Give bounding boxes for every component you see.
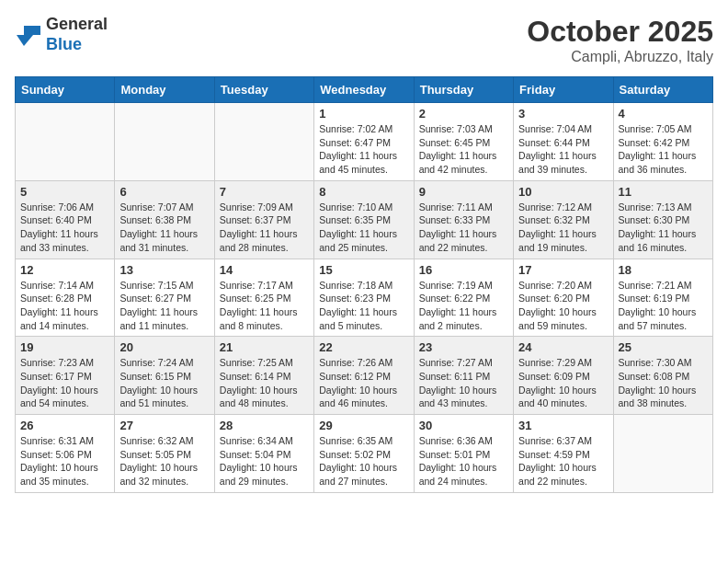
svg-marker-1 [17, 35, 33, 46]
day-number: 5 [20, 185, 109, 199]
day-info: Sunrise: 7:27 AM Sunset: 6:11 PM Dayligh… [419, 356, 508, 410]
weekday-header-saturday: Saturday [613, 77, 712, 103]
calendar-day-cell: 27Sunrise: 6:32 AM Sunset: 5:05 PM Dayli… [115, 415, 214, 493]
calendar-week-row: 12Sunrise: 7:14 AM Sunset: 6:28 PM Dayli… [16, 259, 713, 337]
calendar-day-cell: 1Sunrise: 7:02 AM Sunset: 6:47 PM Daylig… [314, 103, 414, 181]
day-number: 9 [419, 185, 508, 199]
weekday-header-row: SundayMondayTuesdayWednesdayThursdayFrid… [16, 77, 713, 103]
day-number: 23 [419, 340, 508, 354]
day-number: 12 [20, 263, 109, 277]
day-info: Sunrise: 7:04 AM Sunset: 6:44 PM Dayligh… [518, 122, 608, 177]
day-info: Sunrise: 7:13 AM Sunset: 6:30 PM Dayligh… [619, 201, 708, 255]
calendar-day-cell: 23Sunrise: 7:27 AM Sunset: 6:11 PM Dayli… [414, 337, 513, 415]
calendar-day-cell: 4Sunrise: 7:05 AM Sunset: 6:42 PM Daylig… [613, 103, 712, 181]
day-number: 22 [319, 340, 408, 354]
weekday-header-tuesday: Tuesday [214, 77, 313, 103]
day-info: Sunrise: 7:03 AM Sunset: 6:45 PM Dayligh… [419, 122, 508, 177]
calendar-day-cell: 3Sunrise: 7:04 AM Sunset: 6:44 PM Daylig… [514, 103, 613, 181]
day-number: 11 [619, 185, 708, 199]
day-info: Sunrise: 7:26 AM Sunset: 6:12 PM Dayligh… [319, 356, 408, 410]
title-block: October 2025 Campli, Abruzzo, Italy [527, 15, 713, 65]
calendar-day-cell [613, 415, 712, 493]
day-number: 8 [319, 185, 408, 199]
calendar-week-row: 26Sunrise: 6:31 AM Sunset: 5:06 PM Dayli… [16, 415, 713, 493]
weekday-header-sunday: Sunday [16, 77, 115, 103]
logo-text: General Blue [46, 15, 108, 54]
day-info: Sunrise: 7:11 AM Sunset: 6:33 PM Dayligh… [419, 201, 508, 255]
day-info: Sunrise: 6:34 AM Sunset: 5:04 PM Dayligh… [220, 434, 309, 488]
logo: General Blue [15, 15, 108, 54]
day-number: 31 [518, 419, 608, 432]
calendar-day-cell: 2Sunrise: 7:03 AM Sunset: 6:45 PM Daylig… [414, 103, 513, 181]
calendar-day-cell: 10Sunrise: 7:12 AM Sunset: 6:32 PM Dayli… [514, 180, 613, 259]
calendar-table: SundayMondayTuesdayWednesdayThursdayFrid… [15, 76, 713, 493]
day-info: Sunrise: 7:12 AM Sunset: 6:32 PM Dayligh… [518, 201, 608, 255]
calendar-week-row: 1Sunrise: 7:02 AM Sunset: 6:47 PM Daylig… [16, 103, 713, 181]
calendar-day-cell: 18Sunrise: 7:21 AM Sunset: 6:19 PM Dayli… [613, 259, 712, 337]
day-info: Sunrise: 6:37 AM Sunset: 4:59 PM Dayligh… [518, 434, 608, 488]
day-info: Sunrise: 7:15 AM Sunset: 6:27 PM Dayligh… [119, 279, 209, 333]
calendar-day-cell: 13Sunrise: 7:15 AM Sunset: 6:27 PM Dayli… [115, 259, 214, 337]
calendar-day-cell [16, 103, 115, 181]
calendar-day-cell: 26Sunrise: 6:31 AM Sunset: 5:06 PM Dayli… [16, 415, 115, 493]
day-number: 19 [20, 340, 109, 354]
day-number: 29 [319, 419, 408, 432]
location-subtitle: Campli, Abruzzo, Italy [527, 49, 713, 65]
day-info: Sunrise: 7:17 AM Sunset: 6:25 PM Dayligh… [220, 279, 309, 333]
day-number: 3 [518, 107, 608, 121]
weekday-header-friday: Friday [514, 77, 613, 103]
day-info: Sunrise: 7:02 AM Sunset: 6:47 PM Dayligh… [319, 122, 408, 177]
weekday-header-wednesday: Wednesday [314, 77, 414, 103]
day-number: 17 [518, 263, 608, 277]
day-info: Sunrise: 7:30 AM Sunset: 6:08 PM Dayligh… [619, 356, 708, 410]
calendar-day-cell: 7Sunrise: 7:09 AM Sunset: 6:37 PM Daylig… [214, 180, 313, 259]
day-number: 30 [419, 419, 508, 432]
calendar-day-cell: 21Sunrise: 7:25 AM Sunset: 6:14 PM Dayli… [214, 337, 313, 415]
calendar-day-cell: 14Sunrise: 7:17 AM Sunset: 6:25 PM Dayli… [214, 259, 313, 337]
day-info: Sunrise: 6:36 AM Sunset: 5:01 PM Dayligh… [419, 434, 508, 488]
calendar-day-cell: 30Sunrise: 6:36 AM Sunset: 5:01 PM Dayli… [414, 415, 513, 493]
day-info: Sunrise: 7:10 AM Sunset: 6:35 PM Dayligh… [319, 201, 408, 255]
logo-blue: Blue [46, 35, 82, 53]
day-info: Sunrise: 7:09 AM Sunset: 6:37 PM Dayligh… [220, 201, 309, 255]
month-title: October 2025 [527, 15, 713, 49]
calendar-week-row: 19Sunrise: 7:23 AM Sunset: 6:17 PM Dayli… [16, 337, 713, 415]
calendar-day-cell [214, 103, 313, 181]
day-number: 1 [319, 107, 408, 121]
day-number: 6 [119, 185, 209, 199]
calendar-day-cell: 20Sunrise: 7:24 AM Sunset: 6:15 PM Dayli… [115, 337, 214, 415]
day-number: 28 [220, 419, 309, 432]
calendar-day-cell: 24Sunrise: 7:29 AM Sunset: 6:09 PM Dayli… [514, 337, 613, 415]
day-number: 21 [220, 340, 309, 354]
calendar-day-cell: 9Sunrise: 7:11 AM Sunset: 6:33 PM Daylig… [414, 180, 513, 259]
day-info: Sunrise: 7:05 AM Sunset: 6:42 PM Dayligh… [619, 122, 708, 177]
calendar-day-cell: 16Sunrise: 7:19 AM Sunset: 6:22 PM Dayli… [414, 259, 513, 337]
day-info: Sunrise: 6:31 AM Sunset: 5:06 PM Dayligh… [20, 434, 109, 488]
day-info: Sunrise: 7:29 AM Sunset: 6:09 PM Dayligh… [518, 356, 608, 410]
day-number: 10 [518, 185, 608, 199]
calendar-day-cell: 28Sunrise: 6:34 AM Sunset: 5:04 PM Dayli… [214, 415, 313, 493]
calendar-day-cell: 11Sunrise: 7:13 AM Sunset: 6:30 PM Dayli… [613, 180, 712, 259]
day-number: 16 [419, 263, 508, 277]
day-info: Sunrise: 7:23 AM Sunset: 6:17 PM Dayligh… [20, 356, 109, 410]
day-info: Sunrise: 7:19 AM Sunset: 6:22 PM Dayligh… [419, 279, 508, 333]
day-number: 26 [20, 419, 109, 432]
day-number: 27 [119, 419, 209, 432]
day-info: Sunrise: 7:20 AM Sunset: 6:20 PM Dayligh… [518, 279, 608, 333]
day-number: 24 [518, 340, 608, 354]
calendar-day-cell [115, 103, 214, 181]
calendar-day-cell: 25Sunrise: 7:30 AM Sunset: 6:08 PM Dayli… [613, 337, 712, 415]
weekday-header-monday: Monday [115, 77, 214, 103]
day-number: 18 [619, 263, 708, 277]
day-info: Sunrise: 7:06 AM Sunset: 6:40 PM Dayligh… [20, 201, 109, 255]
logo-icon [15, 22, 42, 48]
logo-general: General [46, 15, 108, 33]
day-number: 14 [220, 263, 309, 277]
day-info: Sunrise: 7:24 AM Sunset: 6:15 PM Dayligh… [119, 356, 209, 410]
day-info: Sunrise: 6:32 AM Sunset: 5:05 PM Dayligh… [119, 434, 209, 488]
day-number: 2 [419, 107, 508, 121]
day-info: Sunrise: 7:18 AM Sunset: 6:23 PM Dayligh… [319, 279, 408, 333]
day-info: Sunrise: 7:21 AM Sunset: 6:19 PM Dayligh… [619, 279, 708, 333]
weekday-header-thursday: Thursday [414, 77, 513, 103]
day-number: 15 [319, 263, 408, 277]
